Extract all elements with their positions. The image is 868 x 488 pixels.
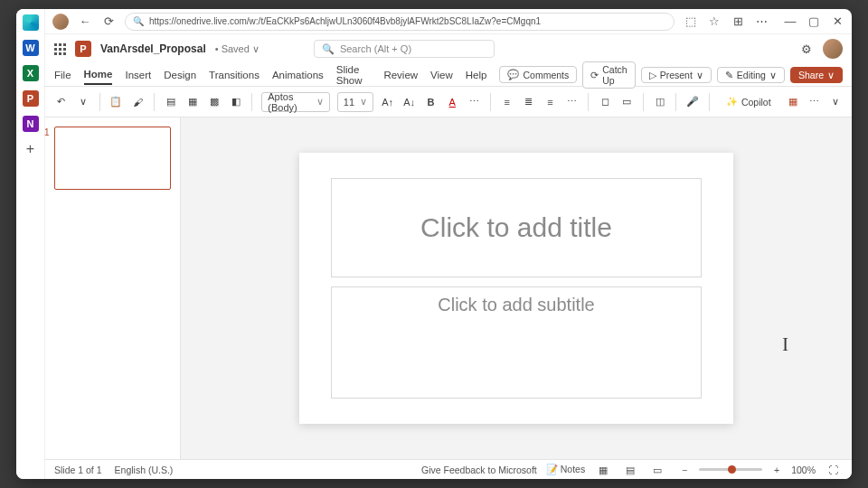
copilot-button[interactable]: ✨ Copilot [719, 94, 778, 109]
font-more-button[interactable]: ⋯ [467, 93, 481, 111]
slide-counter[interactable]: Slide 1 of 1 [54, 465, 102, 475]
catchup-button[interactable]: ⟳ Catch Up [582, 61, 635, 89]
thumbnail-slide-1[interactable]: 1 [54, 127, 171, 190]
tab-transitions[interactable]: Transitions [209, 66, 259, 84]
zoom-out-button[interactable]: − [675, 461, 693, 479]
more-icon[interactable]: ⋯ [754, 14, 769, 29]
close-button[interactable]: ✕ [830, 14, 844, 29]
save-status[interactable]: • Saved ∨ [215, 43, 259, 55]
shapes-button[interactable]: ◻ [598, 93, 612, 111]
user-avatar[interactable] [823, 39, 843, 59]
reset-button[interactable]: ▩ [207, 93, 222, 111]
window-controls: — ▢ ✕ [783, 14, 844, 29]
bold-button[interactable]: B [423, 93, 438, 111]
address-bar[interactable]: 🔍 https://onedrive.live.com/w:/t/EaCKkPs… [125, 13, 675, 31]
main-area: ← ⟳ 🔍 https://onedrive.live.com/w:/t/EaC… [45, 9, 852, 479]
workspace: 1 Click to add title Click to add subtit… [45, 117, 852, 459]
normal-view-button[interactable]: ▦ [594, 461, 612, 479]
tab-home[interactable]: Home [84, 65, 113, 85]
tab-design[interactable]: Design [164, 66, 196, 84]
app-rail: W X P N + [16, 9, 45, 479]
font-family-select[interactable]: Aptos (Body) ∨ [261, 92, 330, 112]
redo-dropdown[interactable]: ∨ [76, 93, 90, 111]
favorite-icon[interactable]: ☆ [707, 14, 722, 29]
undo-button[interactable]: ↶ [54, 93, 69, 111]
rail-edge-icon[interactable] [23, 14, 39, 31]
thumbnail-number: 1 [44, 127, 50, 137]
rail-add-icon[interactable]: + [26, 141, 34, 157]
numbering-button[interactable]: ≣ [522, 93, 536, 111]
ribbon-tabs: File Home Insert Design Transitions Anim… [45, 63, 852, 87]
align-button[interactable]: ≡ [543, 93, 558, 111]
section-button[interactable]: ◧ [229, 93, 243, 111]
ribbon-toolbar: ↶ ∨ 📋 🖌 ▤ ▦ ▩ ◧ Aptos (Body) ∨ 11 ∨ A↑ A… [45, 87, 852, 117]
zoom-slider[interactable] [699, 468, 762, 471]
tab-view[interactable]: View [430, 66, 453, 84]
refresh-button[interactable]: ⟳ [101, 14, 116, 29]
app-launcher-icon[interactable] [54, 43, 66, 55]
ribbon-collapse-button[interactable]: ∨ [828, 93, 843, 111]
powerpoint-icon: P [75, 41, 91, 57]
lock-icon: 🔍 [133, 16, 144, 26]
present-button[interactable]: ▷ Present ∨ [641, 67, 712, 83]
rail-onenote-icon[interactable]: N [23, 116, 39, 132]
para-more-button[interactable]: ⋯ [564, 93, 579, 111]
zoom-level[interactable]: 100% [791, 465, 816, 475]
share-button[interactable]: Share ∨ [790, 67, 843, 83]
tab-animations[interactable]: Animations [272, 66, 324, 84]
notes-button[interactable]: 📝 Notes [546, 464, 585, 475]
editing-button[interactable]: ✎ Editing ∨ [717, 67, 785, 83]
rail-word-icon[interactable]: W [23, 40, 39, 56]
url-text: https://onedrive.live.com/w:/t/EaCKkPs6A… [149, 16, 541, 26]
browser-bar: ← ⟳ 🔍 https://onedrive.live.com/w:/t/EaC… [45, 9, 852, 34]
status-bar: Slide 1 of 1 English (U.S.) Give Feedbac… [45, 459, 852, 479]
profile-avatar-small[interactable] [52, 14, 69, 30]
search-placeholder: Search (Alt + Q) [340, 43, 411, 54]
font-size-select[interactable]: 11 ∨ [337, 92, 373, 112]
maximize-button[interactable]: ▢ [807, 14, 821, 29]
format-painter-button[interactable]: 🖌 [130, 93, 145, 111]
tracking-icon[interactable]: ⬚ [684, 14, 698, 29]
search-box[interactable]: 🔍 Search (Alt + Q) [314, 40, 495, 58]
subtitle-placeholder[interactable]: Click to add subtitle [331, 286, 702, 399]
slide-thumbnails: 1 [45, 117, 181, 459]
slide-canvas[interactable]: Click to add title Click to add subtitle… [181, 117, 852, 459]
sorter-view-button[interactable]: ▤ [621, 461, 639, 479]
rail-powerpoint-icon[interactable]: P [23, 90, 39, 107]
tab-insert[interactable]: Insert [125, 66, 151, 84]
app-window: W X P N + ← ⟳ 🔍 https://onedrive.live.co… [16, 9, 852, 479]
title-placeholder[interactable]: Click to add title [331, 178, 702, 277]
add-ins-button[interactable]: ▦ [786, 93, 800, 111]
grow-font-button[interactable]: A↑ [381, 93, 395, 111]
fit-to-window-button[interactable]: ⛶ [825, 461, 843, 479]
collections-icon[interactable]: ⊞ [731, 14, 745, 29]
new-slide-button[interactable]: ▤ [164, 93, 178, 111]
zoom-control: − + 100% [675, 461, 816, 479]
document-name[interactable]: VanArsdel_Proposal [100, 42, 206, 55]
feedback-link[interactable]: Give Feedback to Microsoft [421, 465, 537, 475]
arrange-button[interactable]: ▭ [619, 93, 634, 111]
bullets-button[interactable]: ≡ [500, 93, 514, 111]
dictate-button[interactable]: 🎤 [685, 93, 700, 111]
reading-view-button[interactable]: ▭ [648, 461, 666, 479]
zoom-in-button[interactable]: + [768, 461, 786, 479]
paste-button[interactable]: 📋 [109, 93, 124, 111]
settings-icon[interactable]: ⚙ [799, 42, 814, 56]
layout-button[interactable]: ▦ [185, 93, 200, 111]
slide: Click to add title Click to add subtitle [299, 153, 733, 424]
ribbon-more-button[interactable]: ⋯ [807, 93, 821, 111]
rail-excel-icon[interactable]: X [23, 65, 39, 81]
back-button[interactable]: ← [78, 14, 92, 29]
tab-help[interactable]: Help [466, 66, 487, 84]
tab-slideshow[interactable]: Slide Show [336, 61, 372, 89]
text-cursor-icon: I [782, 334, 788, 355]
tab-review[interactable]: Review [383, 66, 418, 84]
designer-button[interactable]: ◫ [653, 93, 667, 111]
font-color-button[interactable]: A [445, 93, 459, 111]
minimize-button[interactable]: — [783, 14, 797, 29]
tab-file[interactable]: File [54, 66, 71, 84]
comments-button[interactable]: 💬 Comments [499, 66, 577, 83]
search-icon: 🔍 [322, 43, 335, 55]
shrink-font-button[interactable]: A↓ [402, 93, 417, 111]
language-status[interactable]: English (U.S.) [115, 465, 174, 475]
